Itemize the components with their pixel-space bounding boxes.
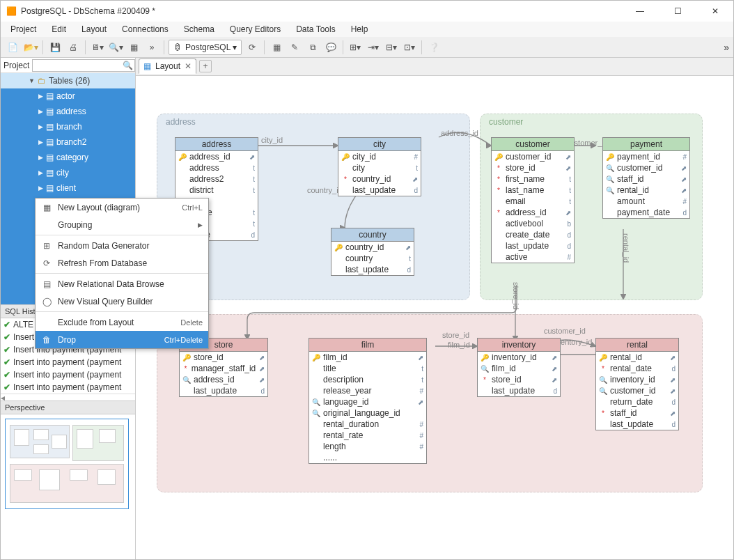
perspective-minimap[interactable]: [5, 419, 129, 509]
project-search-input[interactable]: [32, 59, 135, 72]
table-column[interactable]: payment_dated: [603, 207, 689, 218]
tool2-icon[interactable]: ⇥▾: [366, 40, 381, 55]
table-column[interactable]: *store_id⬈: [478, 374, 560, 385]
close-button[interactable]: ✕: [703, 3, 728, 20]
history-row[interactable]: ✔Insert into payment (payment: [1, 356, 135, 368]
table-column[interactable]: 🔑rental_id⬈: [596, 352, 678, 363]
screen-icon[interactable]: 🖥▾: [90, 40, 105, 55]
ctx-drop[interactable]: 🗑 Drop Ctrl+Delete: [36, 331, 208, 348]
next-icon[interactable]: »: [144, 40, 159, 55]
table-column[interactable]: rental_duration#: [309, 419, 426, 430]
table-column[interactable]: *manager_staff_id⬈: [180, 363, 267, 374]
save-icon[interactable]: 💾: [47, 40, 63, 55]
table-column[interactable]: ......: [309, 452, 426, 463]
table-payment[interactable]: payment 🔑payment_id#🔍customer_id⬈🔍staff_…: [602, 137, 690, 219]
zoom-icon[interactable]: 🔍▾: [108, 40, 123, 55]
table-inventory[interactable]: inventory 🔑inventory_id⬈🔍film_id⬈*store_…: [477, 338, 561, 397]
sql-icon[interactable]: ▦: [269, 40, 284, 55]
table-column[interactable]: *staff_id⬈: [596, 407, 678, 419]
table-column[interactable]: 🔑customer_id⬈: [492, 151, 574, 162]
print-icon[interactable]: 🖨: [65, 40, 81, 55]
help-icon[interactable]: ❔: [426, 40, 442, 55]
table-column[interactable]: *rental_dated: [596, 363, 678, 374]
tree-item-branch2[interactable]: ▶▤branch2: [1, 134, 135, 150]
copy-icon[interactable]: ⧉: [305, 40, 320, 55]
table-column[interactable]: 🔑store_id⬈: [180, 352, 267, 363]
open-icon[interactable]: 📂▾: [23, 40, 38, 55]
ctx-random-data[interactable]: ⊞ Random Data Generator: [36, 237, 208, 254]
history-row[interactable]: ✔Insert into payment (payment: [1, 381, 135, 394]
table-column[interactable]: 🔑inventory_id⬈: [478, 352, 560, 363]
table-column[interactable]: 🔑payment_id#: [603, 151, 689, 162]
history-row[interactable]: ✔Insert into payment (payment: [1, 368, 135, 381]
menu-data-tools[interactable]: Data Tools: [296, 24, 335, 34]
ctx-grouping[interactable]: Grouping: [36, 216, 208, 233]
table-column[interactable]: return_dated: [596, 396, 678, 407]
table-column[interactable]: 🔍staff_id⬈: [603, 173, 689, 185]
db-selector[interactable]: 🛢 PostgreSQL ▾: [169, 40, 242, 55]
table-column[interactable]: release_year#: [309, 385, 426, 396]
ctx-new-relational[interactable]: ▤ New Relational Data Browse: [36, 275, 208, 293]
refresh-icon[interactable]: ⟳: [244, 40, 260, 55]
table-column[interactable]: amount#: [603, 196, 689, 207]
table-column[interactable]: 🔑city_id#: [338, 151, 421, 162]
perspective-panel[interactable]: [1, 414, 135, 559]
tree-item-category[interactable]: ▶▤category: [1, 150, 135, 165]
table-column[interactable]: last_updated: [331, 264, 414, 275]
chat-icon[interactable]: 💬: [323, 40, 338, 55]
tree-item-city[interactable]: ▶▤city: [1, 165, 135, 180]
table-column[interactable]: activeboolb: [492, 218, 574, 229]
table-column[interactable]: length#: [309, 441, 426, 452]
menu-query-editors[interactable]: Query Editors: [230, 24, 281, 34]
history-scrollbar[interactable]: ◂: [1, 394, 135, 400]
table-column[interactable]: address2t: [175, 173, 258, 185]
table-column[interactable]: addresst: [175, 162, 258, 173]
table-city[interactable]: city 🔑city_id#cityt*country_id⬈last_upda…: [338, 137, 421, 196]
tool4-icon[interactable]: ⊡▾: [402, 40, 417, 55]
table-column[interactable]: cityt: [338, 162, 421, 173]
menu-connections[interactable]: Connections: [122, 24, 169, 34]
table-column[interactable]: 🔍customer_id⬈: [603, 162, 689, 173]
maximize-button[interactable]: ☐: [665, 3, 690, 20]
table-column[interactable]: 🔑country_id⬈: [331, 242, 414, 253]
tree-item-actor[interactable]: ▶▤actor: [1, 88, 135, 104]
tool1-icon[interactable]: ⊞▾: [348, 40, 363, 55]
search-icon[interactable]: 🔍: [123, 61, 133, 70]
table-column[interactable]: 🔍original_language_id: [309, 407, 426, 419]
ctx-exclude[interactable]: Exclude from Layout Delete: [36, 313, 208, 331]
table-column[interactable]: 🔍inventory_id⬈: [596, 374, 678, 385]
table-column[interactable]: 🔍customer_id⬈: [596, 385, 678, 396]
tab-layout[interactable]: ▦ Layout ✕: [139, 59, 196, 74]
table-column[interactable]: rental_rate#: [309, 430, 426, 441]
table-column[interactable]: districtt: [175, 185, 258, 196]
tree-item-client[interactable]: ▶▤client: [1, 180, 135, 196]
tree-root-tables[interactable]: ▼ 🗀 Tables (26): [1, 73, 135, 88]
table-column[interactable]: last_updated: [338, 185, 421, 196]
new-icon[interactable]: 📄: [5, 40, 20, 55]
table-column[interactable]: *last_namet: [492, 185, 574, 196]
table-column[interactable]: 🔑film_id⬈: [309, 352, 426, 363]
grid-icon[interactable]: ▦: [126, 40, 141, 55]
table-column[interactable]: *address_id⬈: [492, 207, 574, 218]
table-column[interactable]: 🔍language_id⬈: [309, 396, 426, 407]
table-customer[interactable]: customer 🔑customer_id⬈*store_id⬈*first_n…: [491, 137, 575, 263]
table-column[interactable]: last_updated: [478, 385, 560, 396]
table-column[interactable]: create_dated: [492, 229, 574, 240]
tree-item-address[interactable]: ▶▤address: [1, 104, 135, 119]
table-column[interactable]: *first_namet: [492, 173, 574, 185]
menu-project[interactable]: Project: [10, 24, 36, 34]
menu-schema[interactable]: Schema: [184, 24, 214, 34]
table-country[interactable]: country 🔑country_id⬈countrytlast_updated: [331, 228, 414, 276]
table-column[interactable]: 🔍rental_id⬈: [603, 185, 689, 196]
menu-layout[interactable]: Layout: [81, 24, 107, 34]
menu-edit[interactable]: Edit: [52, 24, 66, 34]
table-column[interactable]: descriptiont: [309, 374, 426, 385]
table-column[interactable]: *store_id⬈: [492, 162, 574, 173]
menu-help[interactable]: Help: [351, 24, 368, 34]
table-column[interactable]: active#: [492, 251, 574, 263]
edit-icon[interactable]: ✎: [287, 40, 302, 55]
table-column[interactable]: 🔍address_id⬈: [180, 374, 267, 385]
table-column[interactable]: *country_id⬈: [338, 173, 421, 185]
toolbar-overflow[interactable]: »: [724, 42, 729, 53]
table-column[interactable]: 🔑address_id⬈: [175, 151, 258, 162]
